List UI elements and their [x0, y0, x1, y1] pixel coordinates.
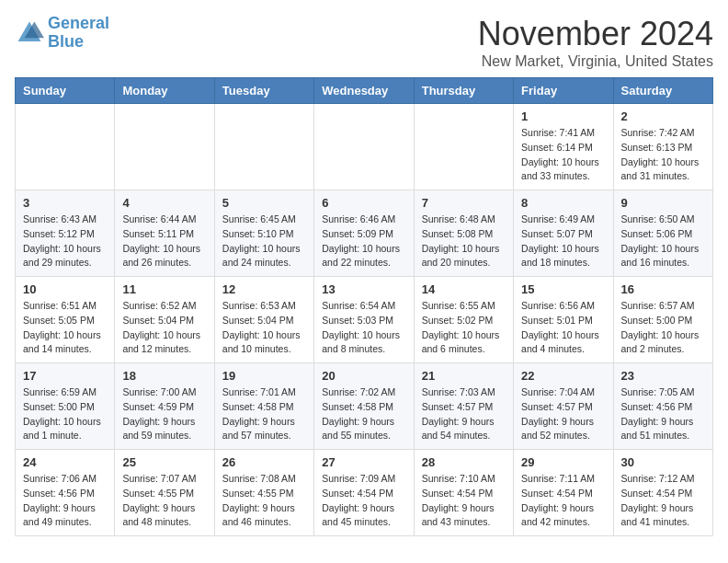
- day-info: Sunrise: 6:44 AMSunset: 5:11 PMDaylight:…: [122, 213, 206, 270]
- day-info: Sunrise: 7:11 AMSunset: 4:54 PMDaylight:…: [521, 472, 605, 530]
- calendar-day-cell: 14Sunrise: 6:55 AMSunset: 5:02 PMDayligh…: [414, 277, 513, 363]
- day-number: 5: [222, 196, 306, 210]
- day-number: 16: [621, 282, 705, 296]
- day-number: 19: [222, 369, 306, 383]
- calendar-day-cell: 9Sunrise: 6:50 AMSunset: 5:06 PMDaylight…: [613, 190, 712, 277]
- calendar-day-cell: 26Sunrise: 7:08 AMSunset: 4:55 PMDayligh…: [214, 450, 313, 536]
- calendar-day-cell: 8Sunrise: 6:49 AMSunset: 5:07 PMDaylight…: [514, 190, 613, 277]
- day-number: 15: [521, 282, 605, 296]
- calendar-day-cell: 18Sunrise: 7:00 AMSunset: 4:59 PMDayligh…: [115, 363, 214, 450]
- day-info: Sunrise: 7:01 AMSunset: 4:58 PMDaylight:…: [222, 385, 306, 443]
- day-info: Sunrise: 6:57 AMSunset: 5:00 PMDaylight:…: [621, 299, 705, 357]
- day-info: Sunrise: 6:46 AMSunset: 5:09 PMDaylight:…: [322, 213, 405, 270]
- day-number: 13: [322, 282, 405, 296]
- day-number: 17: [23, 369, 107, 383]
- calendar-week-row: 10Sunrise: 6:51 AMSunset: 5:05 PMDayligh…: [16, 277, 713, 363]
- calendar-day-cell: 13Sunrise: 6:54 AMSunset: 5:03 PMDayligh…: [314, 277, 414, 363]
- day-info: Sunrise: 6:53 AMSunset: 5:04 PMDaylight:…: [222, 299, 306, 357]
- day-number: 18: [122, 369, 206, 383]
- day-info: Sunrise: 7:09 AMSunset: 4:54 PMDaylight:…: [322, 472, 405, 530]
- calendar-day-cell: [16, 104, 115, 190]
- day-number: 25: [122, 455, 206, 469]
- day-info: Sunrise: 7:41 AMSunset: 6:14 PMDaylight:…: [521, 126, 605, 184]
- day-number: 29: [521, 455, 605, 469]
- calendar-day-cell: 22Sunrise: 7:04 AMSunset: 4:57 PMDayligh…: [514, 363, 613, 450]
- calendar-day-cell: 16Sunrise: 6:57 AMSunset: 5:00 PMDayligh…: [613, 277, 712, 363]
- calendar-day-cell: [115, 104, 214, 190]
- calendar-day-cell: 6Sunrise: 6:46 AMSunset: 5:09 PMDaylight…: [314, 190, 414, 277]
- page-header: General Blue November 2024 New Market, V…: [15, 15, 713, 70]
- calendar-day-cell: 25Sunrise: 7:07 AMSunset: 4:55 PMDayligh…: [115, 450, 214, 536]
- day-number: 7: [422, 196, 506, 210]
- weekday-header: Friday: [514, 78, 613, 104]
- day-info: Sunrise: 7:05 AMSunset: 4:56 PMDaylight:…: [621, 385, 705, 443]
- location-title: New Market, Virginia, United States: [478, 53, 713, 70]
- day-number: 21: [422, 369, 506, 383]
- weekday-header: Tuesday: [214, 78, 313, 104]
- calendar-day-cell: 12Sunrise: 6:53 AMSunset: 5:04 PMDayligh…: [214, 277, 313, 363]
- day-number: 23: [621, 369, 705, 383]
- day-info: Sunrise: 6:56 AMSunset: 5:01 PMDaylight:…: [521, 299, 605, 357]
- logo-line2: Blue: [48, 32, 84, 51]
- weekday-header: Thursday: [414, 78, 513, 104]
- day-info: Sunrise: 6:52 AMSunset: 5:04 PMDaylight:…: [122, 299, 206, 357]
- calendar-day-cell: 15Sunrise: 6:56 AMSunset: 5:01 PMDayligh…: [514, 277, 613, 363]
- day-info: Sunrise: 6:50 AMSunset: 5:06 PMDaylight:…: [621, 213, 705, 270]
- calendar-day-cell: 19Sunrise: 7:01 AMSunset: 4:58 PMDayligh…: [214, 363, 313, 450]
- logo-line1: General: [48, 14, 109, 32]
- day-number: 4: [122, 196, 206, 210]
- day-number: 30: [621, 455, 705, 469]
- calendar-day-cell: 1Sunrise: 7:41 AMSunset: 6:14 PMDaylight…: [514, 104, 613, 190]
- day-info: Sunrise: 7:06 AMSunset: 4:56 PMDaylight:…: [23, 472, 107, 530]
- day-info: Sunrise: 7:10 AMSunset: 4:54 PMDaylight:…: [422, 472, 506, 530]
- calendar-day-cell: [414, 104, 513, 190]
- calendar-week-row: 24Sunrise: 7:06 AMSunset: 4:56 PMDayligh…: [16, 450, 713, 536]
- day-number: 6: [322, 196, 405, 210]
- day-info: Sunrise: 6:43 AMSunset: 5:12 PMDaylight:…: [23, 213, 107, 270]
- day-info: Sunrise: 7:02 AMSunset: 4:58 PMDaylight:…: [322, 385, 405, 443]
- day-number: 20: [322, 369, 405, 383]
- day-number: 12: [222, 282, 306, 296]
- calendar-table: SundayMondayTuesdayWednesdayThursdayFrid…: [15, 77, 713, 536]
- calendar-week-row: 17Sunrise: 6:59 AMSunset: 5:00 PMDayligh…: [16, 363, 713, 450]
- title-block: November 2024 New Market, Virginia, Unit…: [478, 15, 713, 70]
- day-info: Sunrise: 7:12 AMSunset: 4:54 PMDaylight:…: [621, 472, 705, 530]
- day-info: Sunrise: 6:48 AMSunset: 5:08 PMDaylight:…: [422, 213, 506, 270]
- calendar-day-cell: 10Sunrise: 6:51 AMSunset: 5:05 PMDayligh…: [16, 277, 115, 363]
- day-number: 14: [422, 282, 506, 296]
- day-number: 8: [521, 196, 605, 210]
- calendar-day-cell: 5Sunrise: 6:45 AMSunset: 5:10 PMDaylight…: [214, 190, 313, 277]
- day-info: Sunrise: 7:42 AMSunset: 6:13 PMDaylight:…: [621, 126, 705, 184]
- day-info: Sunrise: 7:07 AMSunset: 4:55 PMDaylight:…: [122, 472, 206, 530]
- logo: General Blue: [15, 15, 109, 52]
- calendar-day-cell: 2Sunrise: 7:42 AMSunset: 6:13 PMDaylight…: [613, 104, 712, 190]
- calendar-day-cell: 20Sunrise: 7:02 AMSunset: 4:58 PMDayligh…: [314, 363, 414, 450]
- calendar-day-cell: 24Sunrise: 7:06 AMSunset: 4:56 PMDayligh…: [16, 450, 115, 536]
- day-info: Sunrise: 6:54 AMSunset: 5:03 PMDaylight:…: [322, 299, 405, 357]
- calendar-day-cell: 17Sunrise: 6:59 AMSunset: 5:00 PMDayligh…: [16, 363, 115, 450]
- calendar-day-cell: 4Sunrise: 6:44 AMSunset: 5:11 PMDaylight…: [115, 190, 214, 277]
- calendar-day-cell: 30Sunrise: 7:12 AMSunset: 4:54 PMDayligh…: [613, 450, 712, 536]
- day-info: Sunrise: 7:04 AMSunset: 4:57 PMDaylight:…: [521, 385, 605, 443]
- day-number: 1: [521, 109, 605, 123]
- calendar-day-cell: 21Sunrise: 7:03 AMSunset: 4:57 PMDayligh…: [414, 363, 513, 450]
- day-number: 2: [621, 109, 705, 123]
- calendar-header-row: SundayMondayTuesdayWednesdayThursdayFrid…: [16, 78, 713, 104]
- day-info: Sunrise: 6:55 AMSunset: 5:02 PMDaylight:…: [422, 299, 506, 357]
- day-number: 10: [23, 282, 107, 296]
- day-number: 11: [122, 282, 206, 296]
- calendar-day-cell: 3Sunrise: 6:43 AMSunset: 5:12 PMDaylight…: [16, 190, 115, 277]
- day-info: Sunrise: 7:03 AMSunset: 4:57 PMDaylight:…: [422, 385, 506, 443]
- calendar-week-row: 1Sunrise: 7:41 AMSunset: 6:14 PMDaylight…: [16, 104, 713, 190]
- day-number: 3: [23, 196, 107, 210]
- logo-text: General Blue: [48, 15, 109, 52]
- calendar-day-cell: 27Sunrise: 7:09 AMSunset: 4:54 PMDayligh…: [314, 450, 414, 536]
- day-number: 22: [521, 369, 605, 383]
- weekday-header: Monday: [115, 78, 214, 104]
- calendar-day-cell: 28Sunrise: 7:10 AMSunset: 4:54 PMDayligh…: [414, 450, 513, 536]
- calendar-day-cell: [214, 104, 313, 190]
- month-title: November 2024: [478, 15, 713, 53]
- calendar-week-row: 3Sunrise: 6:43 AMSunset: 5:12 PMDaylight…: [16, 190, 713, 277]
- calendar-day-cell: [314, 104, 414, 190]
- logo-icon: [15, 18, 44, 48]
